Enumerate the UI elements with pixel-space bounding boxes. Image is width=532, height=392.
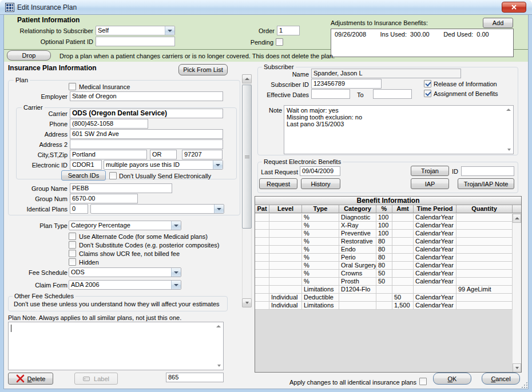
benefit-row[interactable]: %Prosth50CalendarYear — [255, 278, 513, 286]
identical-plans-select[interactable] — [90, 204, 224, 214]
apply-identical-plans-checkbox[interactable] — [419, 378, 427, 385]
benefit-table-scrollbar[interactable] — [513, 214, 521, 373]
address-input[interactable]: 601 SW 2nd Ave — [70, 129, 223, 139]
plan-group-label: Plan — [14, 77, 30, 84]
benefit-column-header[interactable]: Quantity — [456, 205, 513, 213]
pick-from-list-button[interactable]: Pick From List — [178, 64, 228, 75]
pending-checkbox[interactable] — [276, 38, 283, 46]
assignment-of-benefits-label: Assignment of Benefits — [434, 90, 498, 98]
adjustment-row[interactable]: 09/26/2008 Ins Used: 300.00 Ded Used: 0.… — [335, 31, 489, 38]
ok-button[interactable]: OK — [433, 373, 471, 385]
chevron-down-icon[interactable] — [171, 281, 181, 289]
alternate-code-checkbox[interactable] — [69, 233, 76, 240]
benefit-row[interactable]: %Oral Surgery80CalendarYear — [255, 262, 513, 270]
benefit-column-header[interactable]: Pat — [255, 205, 269, 213]
last-request-input[interactable]: 09/04/2009 — [300, 166, 340, 176]
carrier-input[interactable]: ODS (Oregon Dental Service) — [70, 109, 223, 118]
benefit-column-header[interactable]: Time Period — [414, 205, 456, 213]
scroll-down-icon[interactable] — [217, 365, 221, 367]
plan-number-field[interactable]: 865 — [166, 373, 224, 382]
close-button[interactable] — [502, 2, 526, 13]
chevron-down-icon[interactable] — [213, 161, 223, 169]
chevron-down-icon[interactable] — [171, 268, 181, 277]
identical-plans-count[interactable]: 0 — [70, 204, 88, 214]
iap-button[interactable]: IAP — [411, 178, 449, 189]
order-input[interactable]: 1 — [277, 26, 300, 35]
claim-form-select[interactable]: ADA 2006 — [69, 280, 181, 290]
subscriber-name-label: Name — [268, 71, 309, 78]
request-button[interactable]: Request — [259, 178, 297, 189]
adjustments-listbox[interactable]: 09/26/2008 Ins Used: 300.00 Ded Used: 0.… — [331, 29, 514, 57]
benefit-row[interactable]: %Crowns50CalendarYear — [255, 270, 513, 278]
cancel-button[interactable]: Cancel — [482, 373, 520, 385]
benefit-row[interactable]: %Diagnostic100CalendarYear — [255, 214, 513, 222]
benefit-cell — [255, 214, 269, 221]
subscriber-id-input[interactable]: 123456789 — [311, 79, 382, 89]
benefit-information-table[interactable]: Benefit Information PatLevelTypeCategory… — [255, 196, 522, 373]
scrollbar-thumb[interactable] — [242, 85, 252, 229]
scroll-up-icon[interactable] — [506, 109, 511, 111]
benefit-row[interactable]: %Preventive100CalendarYear — [255, 230, 513, 238]
state-input[interactable]: OR — [150, 150, 177, 159]
scroll-up-button[interactable] — [513, 214, 521, 223]
scroll-down-button[interactable] — [242, 298, 252, 307]
benefit-row[interactable]: %X-Ray100CalendarYear — [255, 222, 513, 230]
scroll-down-button[interactable] — [513, 363, 521, 373]
benefit-row[interactable]: %Restorative80CalendarYear — [255, 238, 513, 246]
label-button[interactable]: Label — [74, 373, 118, 385]
window-border-right — [528, 15, 532, 392]
delete-button[interactable]: Delete — [8, 373, 53, 385]
benefit-column-header[interactable]: Level — [269, 205, 302, 213]
chevron-down-icon[interactable] — [214, 205, 224, 213]
phone-input[interactable]: (800)452-1058 — [70, 119, 148, 129]
chevron-down-icon[interactable] — [165, 26, 174, 35]
add-adjustment-button[interactable]: Add — [483, 18, 513, 28]
address2-input[interactable] — [70, 139, 223, 149]
relationship-select[interactable]: Self — [96, 26, 175, 35]
plan-note-textarea[interactable] — [8, 322, 224, 370]
zip-input[interactable]: 97207 — [182, 150, 223, 159]
fee-schedule-select[interactable]: ODS — [69, 267, 181, 277]
no-substitute-checkbox[interactable] — [69, 241, 76, 249]
title-bar[interactable]: Edit Insurance Plan — [0, 0, 532, 15]
chevron-down-icon[interactable] — [171, 221, 181, 230]
history-button[interactable]: History — [301, 178, 340, 189]
trojan-button[interactable]: Trojan — [411, 166, 449, 176]
group-name-input[interactable]: PEBB — [70, 183, 172, 193]
benefit-row[interactable]: IndividualDeductible50CalendarYear — [255, 294, 513, 302]
benefit-row[interactable]: %Endo80CalendarYear — [255, 246, 513, 254]
release-of-information-checkbox[interactable] — [424, 80, 431, 87]
scroll-down-icon[interactable] — [507, 149, 511, 151]
city-input[interactable]: Portland — [70, 150, 147, 159]
dont-send-electronically-checkbox[interactable] — [109, 172, 117, 179]
benefit-column-header[interactable]: Amt — [392, 205, 414, 213]
optional-patient-id-input[interactable] — [96, 37, 175, 46]
employer-input[interactable]: State of Oregon — [70, 91, 223, 101]
benefit-row[interactable]: LimitationsD1204-Flo99 AgeLimit — [255, 286, 513, 294]
drop-button[interactable]: Drop — [7, 50, 51, 61]
effective-to-input[interactable] — [373, 89, 412, 99]
benefit-row[interactable]: IndividualLimitations1,500CalendarYear — [255, 302, 513, 310]
benefit-row[interactable]: %Perio80CalendarYear — [255, 254, 513, 262]
trojan-iap-note-button[interactable]: Trojan/IAP Note — [458, 178, 514, 189]
subscriber-name-field[interactable]: Spander, Jason L — [311, 69, 461, 78]
benefit-column-header[interactable]: % — [376, 205, 392, 213]
benefit-column-header[interactable]: Category — [339, 205, 376, 213]
group-num-input[interactable]: 6570-00 — [70, 194, 138, 203]
resize-grip[interactable] — [522, 382, 529, 389]
effective-from-input[interactable] — [311, 89, 350, 99]
medical-insurance-checkbox[interactable] — [69, 83, 76, 90]
trojan-id-input[interactable] — [461, 166, 514, 176]
scroll-up-button[interactable] — [242, 74, 252, 83]
search-ids-button[interactable]: Search IDs — [61, 170, 106, 181]
subscriber-note-textarea[interactable]: Wait on major: yes Missing tooth exclusi… — [284, 105, 514, 154]
scroll-up-icon[interactable] — [216, 325, 221, 327]
hidden-checkbox[interactable] — [69, 258, 76, 266]
electronic-id-input[interactable]: CDOR1 — [70, 160, 102, 170]
ucr-fee-checkbox[interactable] — [69, 250, 76, 257]
plan-type-select[interactable]: Category Percentage — [69, 221, 181, 230]
benefit-column-header[interactable]: Type — [302, 205, 339, 213]
benefit-cell: CalendarYear — [414, 294, 456, 301]
assignment-of-benefits-checkbox[interactable] — [424, 90, 431, 97]
payor-id-select[interactable]: multiple payors use this ID — [104, 160, 223, 170]
